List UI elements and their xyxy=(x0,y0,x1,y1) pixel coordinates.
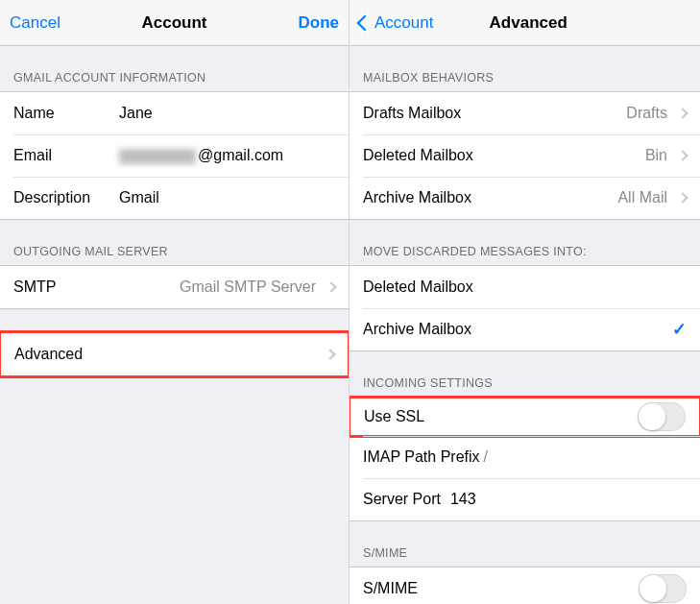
navbar-title-advanced: Advanced xyxy=(433,13,623,33)
chevron-right-icon xyxy=(677,192,688,203)
chevron-left-icon xyxy=(357,14,374,31)
group-outgoing: SMTP Gmail SMTP Server xyxy=(0,265,349,309)
row-name[interactable]: Name Jane xyxy=(0,92,349,134)
navbar-title-account: Account xyxy=(77,13,272,33)
group-smime: S/MIME xyxy=(350,567,700,604)
done-button[interactable]: Done xyxy=(272,13,339,33)
chevron-right-icon xyxy=(325,349,335,359)
row-archive-mailbox[interactable]: Archive Mailbox All Mail xyxy=(350,177,700,219)
row-drafts-mailbox[interactable]: Drafts Mailbox Drafts xyxy=(350,92,700,134)
row-imap-prefix[interactable]: IMAP Path Prefix / xyxy=(350,436,700,478)
group-account-info: Name Jane Email @gmail.com Description G… xyxy=(0,91,349,220)
back-button[interactable]: Account xyxy=(359,13,433,33)
smime-label: S/MIME xyxy=(363,580,639,597)
discarded-archive-label: Archive Mailbox xyxy=(363,321,672,338)
imap-label: IMAP Path Prefix xyxy=(363,448,480,466)
description-label: Description xyxy=(13,189,119,206)
deleted-label: Deleted Mailbox xyxy=(363,147,516,164)
checkmark-icon: ✓ xyxy=(672,319,687,340)
group-mailbox-behaviors: Drafts Mailbox Drafts Deleted Mailbox Bi… xyxy=(350,91,700,220)
discarded-deleted-label: Deleted Mailbox xyxy=(363,278,687,296)
group-incoming: Use SSL IMAP Path Prefix / Server Port 1… xyxy=(350,397,700,521)
account-pane: Cancel Account Done GMAIL ACCOUNT INFORM… xyxy=(0,0,350,604)
group-discarded: Deleted Mailbox Archive Mailbox ✓ xyxy=(350,265,700,351)
drafts-label: Drafts Mailbox xyxy=(363,105,516,122)
archive-label: Archive Mailbox xyxy=(363,189,516,206)
smtp-value: Gmail SMTP Server xyxy=(165,278,323,296)
section-smime: S/MIME xyxy=(350,521,700,567)
email-value: @gmail.com xyxy=(119,147,335,164)
name-label: Name xyxy=(13,105,119,122)
cancel-button[interactable]: Cancel xyxy=(10,13,77,33)
port-value: 143 xyxy=(441,491,476,508)
group-advanced-highlight: Advanced xyxy=(0,330,350,378)
row-advanced[interactable]: Advanced xyxy=(1,333,348,375)
advanced-pane: Account Advanced MAILBOX BEHAVIORS Draft… xyxy=(350,0,700,604)
chevron-right-icon xyxy=(677,108,688,118)
row-discarded-archive[interactable]: Archive Mailbox ✓ xyxy=(350,308,700,350)
email-label: Email xyxy=(13,147,119,164)
section-outgoing: OUTGOING MAIL SERVER xyxy=(0,220,349,265)
row-email[interactable]: Email @gmail.com xyxy=(0,134,349,177)
description-value: Gmail xyxy=(119,189,335,206)
row-discarded-deleted[interactable]: Deleted Mailbox xyxy=(350,266,700,308)
name-value: Jane xyxy=(119,105,335,122)
port-label: Server Port xyxy=(363,491,441,508)
drafts-value: Drafts xyxy=(516,105,674,122)
chevron-right-icon xyxy=(326,281,336,292)
ssl-toggle[interactable] xyxy=(638,402,686,431)
row-deleted-mailbox[interactable]: Deleted Mailbox Bin xyxy=(350,134,700,177)
section-discarded: MOVE DISCARDED MESSAGES INTO: xyxy=(350,220,700,265)
row-smime[interactable]: S/MIME xyxy=(350,568,700,604)
row-server-port[interactable]: Server Port 143 xyxy=(350,478,700,520)
ssl-label: Use SSL xyxy=(364,408,638,425)
smtp-label: SMTP xyxy=(13,278,165,296)
chevron-right-icon xyxy=(677,150,688,160)
row-use-ssl-highlight[interactable]: Use SSL xyxy=(350,396,700,438)
row-description[interactable]: Description Gmail xyxy=(0,177,349,219)
section-mailbox-behaviors: MAILBOX BEHAVIORS xyxy=(350,46,700,91)
archive-value: All Mail xyxy=(516,189,674,206)
navbar-account: Cancel Account Done xyxy=(0,0,349,46)
section-incoming: INCOMING SETTINGS xyxy=(350,351,700,397)
imap-value: / xyxy=(480,448,488,466)
navbar-advanced: Account Advanced xyxy=(350,0,700,46)
section-account-info: GMAIL ACCOUNT INFORMATION xyxy=(0,46,349,91)
toggle-knob-icon xyxy=(639,403,665,430)
advanced-label: Advanced xyxy=(14,346,321,363)
deleted-value: Bin xyxy=(516,147,674,164)
row-smtp[interactable]: SMTP Gmail SMTP Server xyxy=(0,266,349,308)
toggle-knob-icon xyxy=(640,575,666,602)
redacted-icon xyxy=(119,149,196,164)
smime-toggle[interactable] xyxy=(639,574,687,603)
